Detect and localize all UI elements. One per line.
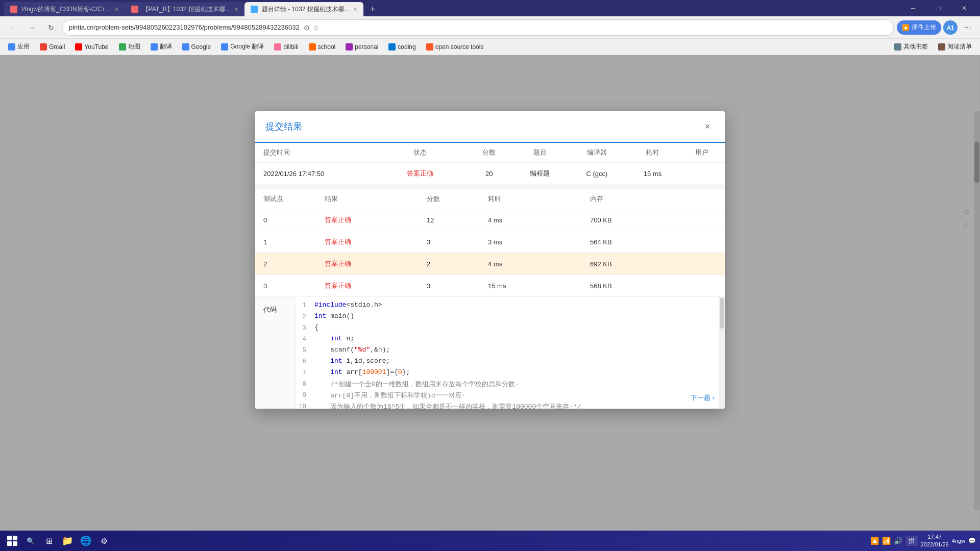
submission-user xyxy=(679,163,725,185)
extension-button[interactable]: 🔼 插件上传 xyxy=(897,20,941,35)
taskbar-chrome[interactable]: 🌐 xyxy=(78,533,94,549)
line-num-6: 6 xyxy=(296,357,314,365)
test-result-3: 答案正确 xyxy=(316,275,419,297)
wifi-icon[interactable]: 📶 xyxy=(882,537,891,545)
close-button[interactable]: ✕ xyxy=(952,0,976,16)
test-time-3: 15 ms xyxy=(480,275,582,297)
taskbar-task-view[interactable]: ⊞ xyxy=(41,533,57,549)
notification-icon[interactable]: 💬 xyxy=(968,537,976,544)
bookmark-gmail[interactable]: Gmail xyxy=(36,41,69,53)
code-line-3: 3 { xyxy=(296,323,725,335)
bookmark-google2[interactable]: Google 翻译 xyxy=(217,41,268,53)
other-icon xyxy=(894,43,901,51)
taskbar-search-button[interactable]: 🔍 xyxy=(22,533,39,549)
code-line-5: 5 scanf("%d",&n); xyxy=(296,346,725,357)
bookmark-maps-label: 地图 xyxy=(128,42,140,51)
test-score-2: 2 xyxy=(419,253,480,275)
submission-status: 答案正确 xyxy=(374,163,466,185)
taskbar-user-label: 4ngw xyxy=(952,538,965,544)
line-code-6: int i,id,score; xyxy=(314,357,390,365)
line-num-5: 5 xyxy=(296,346,314,354)
bookmark-read[interactable]: 阅读清单 xyxy=(934,41,976,53)
ime-indicator[interactable]: 拼 xyxy=(905,536,918,546)
refresh-button[interactable]: ↻ xyxy=(43,19,59,36)
modal-close-button[interactable]: × xyxy=(700,119,715,134)
line-code-8: /*创建一个全0的一维数组，数组用来存放每个学校的总和分数· xyxy=(314,380,519,389)
code-line-10: 10 因为输入的个数为10^5个，如果全都是不一样的学校，则需要100000个空… xyxy=(296,402,725,409)
submission-score: 20 xyxy=(466,163,511,185)
test-table-head: 测试点 结果 分数 耗时 内存 xyxy=(255,189,725,209)
bookmarks-bar: 应用 Gmail YouTube 地图 翻译 Google Google 翻译 xyxy=(0,39,980,55)
address-bar[interactable]: pintia.cn/problem-sets/99480526022310297… xyxy=(62,19,894,36)
page-content: ⚙ ⤢ 提交结果 × 提交时间 状态 分数 题目 xyxy=(0,55,980,531)
bookmark-read-label: 阅读清单 xyxy=(947,42,972,51)
line-code-5: scanf("%d",&n); xyxy=(314,346,390,354)
bookmark-youtube-label: YouTube xyxy=(84,43,108,51)
bookmark-google[interactable]: Google xyxy=(178,41,215,53)
bookmark-google2-label: Google 翻译 xyxy=(230,42,264,51)
bookmark-ost[interactable]: open source tools xyxy=(422,41,488,53)
volume-icon[interactable]: 🔊 xyxy=(894,537,902,545)
start-button[interactable] xyxy=(4,533,20,549)
bookmark-personal[interactable]: personal xyxy=(341,41,382,53)
gmail-icon xyxy=(40,43,47,51)
tab-strip: t4ngw的博客_CSDN博客-C/C+... × 【PAT_B】1032 挖掘… xyxy=(4,0,895,16)
taskbar-file-explorer[interactable]: 📁 xyxy=(59,533,76,549)
code-line-1: 1 #include<stdio.h> xyxy=(296,301,725,312)
toolbar: ← → ↻ pintia.cn/problem-sets/99480526022… xyxy=(0,16,980,39)
win-icon-cell-1 xyxy=(7,536,12,540)
maps-icon xyxy=(119,43,126,51)
ext-label: 插件上传 xyxy=(912,23,936,32)
test-score-3: 3 xyxy=(419,275,480,297)
new-tab-button[interactable]: + xyxy=(365,2,380,16)
profile-button[interactable]: A1 xyxy=(943,20,958,35)
bookmark-apps[interactable]: 应用 xyxy=(4,41,34,53)
tab-2-close[interactable]: × xyxy=(234,5,238,13)
username-label: 4ngw xyxy=(952,538,965,544)
bookmark-youtube[interactable]: YouTube xyxy=(71,41,112,53)
tab-2[interactable]: 【PAT_B】1032 挖掘机技术哪... × xyxy=(125,2,244,16)
test-table: 测试点 结果 分数 耗时 内存 0 答案正确 12 4 ms xyxy=(255,189,725,296)
read-icon xyxy=(938,43,945,51)
code-line-4: 4 int n; xyxy=(296,335,725,346)
next-problem-button[interactable]: 下一题 › xyxy=(691,393,715,403)
code-scrollbar[interactable] xyxy=(719,297,725,409)
maximize-button[interactable]: □ xyxy=(927,0,950,16)
bookmark-school[interactable]: school xyxy=(305,41,340,53)
share-icon[interactable]: ⊙ xyxy=(304,23,310,32)
tab-3-label: 题目详情 - 1032 挖掘机技术哪... xyxy=(262,5,349,14)
taskbar-right: 🔼 📶 🔊 拼 17:47 2022/01/26 4ngw 💬 xyxy=(870,533,976,549)
star-icon[interactable]: ☆ xyxy=(313,23,320,32)
bookmark-bilibili[interactable]: bilibili xyxy=(270,41,302,53)
bookmark-other-label: 其他书签 xyxy=(903,42,928,51)
test-id-0: 0 xyxy=(255,209,316,231)
tab-3-close[interactable]: × xyxy=(353,5,357,13)
minimize-button[interactable]: ─ xyxy=(901,0,925,16)
bookmark-translate[interactable]: 翻译 xyxy=(146,41,176,53)
code-area[interactable]: 1 #include<stdio.h> 2 int main() 3 { xyxy=(296,297,725,409)
translate-icon xyxy=(151,43,158,51)
taskbar-clock[interactable]: 17:47 2022/01/26 xyxy=(921,533,949,549)
tab-1[interactable]: t4ngw的博客_CSDN博客-C/C+... × xyxy=(4,2,125,16)
taskbar: 🔍 ⊞ 📁 🌐 ⚙ 🔼 📶 🔊 拼 17:47 2022/01/26 4ngw … xyxy=(0,531,980,551)
line-num-7: 7 xyxy=(296,368,314,377)
test-row-3: 3 答案正确 3 15 ms 568 KB xyxy=(255,275,725,297)
win-icon-cell-2 xyxy=(13,536,17,540)
submission-time: 2022/01/26 17:47:50 xyxy=(255,163,374,185)
forward-button[interactable]: → xyxy=(23,19,40,36)
test-row-0: 0 答案正确 12 4 ms 700 KB xyxy=(255,209,725,231)
line-num-4: 4 xyxy=(296,335,314,343)
bookmark-maps[interactable]: 地图 xyxy=(115,41,144,53)
test-result-0: 答案正确 xyxy=(316,209,419,231)
submission-header-row: 提交时间 状态 分数 题目 编译器 耗时 用户 xyxy=(255,143,725,163)
tab-3[interactable]: 题目详情 - 1032 挖掘机技术哪... × xyxy=(244,2,363,16)
toolbar-actions: 🔼 插件上传 A1 ⋯ xyxy=(897,19,976,36)
network-icon[interactable]: 🔼 xyxy=(870,537,879,545)
bookmark-other[interactable]: 其他书签 xyxy=(890,41,932,53)
tab-1-close[interactable]: × xyxy=(114,5,118,13)
taskbar-settings[interactable]: ⚙ xyxy=(96,533,112,549)
code-line-2: 2 int main() xyxy=(296,312,725,323)
settings-button[interactable]: ⋯ xyxy=(960,19,976,36)
back-button[interactable]: ← xyxy=(4,19,20,36)
bookmark-coding[interactable]: coding xyxy=(384,41,420,53)
